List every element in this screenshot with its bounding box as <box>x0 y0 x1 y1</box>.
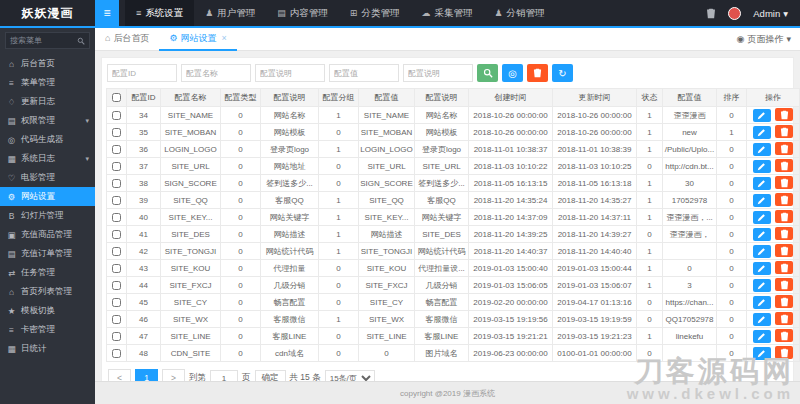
sidebar-item-slideshow-management[interactable]: B 幻灯片管理 <box>0 206 95 225</box>
search-button[interactable] <box>477 64 498 82</box>
edit-button[interactable] <box>753 330 771 343</box>
cell: 网站关键字 <box>261 209 319 226</box>
edit-button[interactable] <box>753 279 771 292</box>
sidebar-item-homepage-list-management[interactable]: ⌂ 首页列表管理 <box>0 282 95 301</box>
avatar[interactable] <box>728 7 741 20</box>
delete-button[interactable] <box>775 142 793 155</box>
nav-collect-management[interactable]: ☁ 采集管理 <box>410 0 483 26</box>
user-menu[interactable]: Admin ▾ <box>753 8 788 19</box>
nav-user-management[interactable]: ♟ 用户管理 <box>194 0 266 26</box>
delete-button[interactable] <box>775 329 793 342</box>
row-checkbox[interactable] <box>112 196 121 205</box>
delete-button[interactable] <box>775 261 793 274</box>
sidebar-item-recharge-order-management[interactable]: ▤ 充值订单管理 <box>0 244 95 263</box>
sidebar-item-site-settings[interactable]: ⚙ 网站设置 <box>0 187 95 206</box>
filter-input-2[interactable] <box>181 64 251 82</box>
row-checkbox[interactable] <box>112 145 121 154</box>
sidebar-item-code-generator[interactable]: ◎ 代码生成器 <box>0 130 95 149</box>
row-checkbox[interactable] <box>112 230 121 239</box>
menu-search-input[interactable]: 搜索菜单 <box>5 32 90 49</box>
edit-button[interactable] <box>753 228 771 241</box>
edit-button[interactable] <box>753 347 771 360</box>
delete-button[interactable] <box>775 210 793 223</box>
edit-button[interactable] <box>753 296 771 309</box>
edit-button[interactable] <box>753 177 771 190</box>
row-checkbox[interactable] <box>112 162 121 171</box>
row-checkbox[interactable] <box>112 128 121 137</box>
edit-button[interactable] <box>753 194 771 207</box>
edit-button[interactable] <box>753 262 771 275</box>
sidebar-item-movie-management[interactable]: ♡ 电影管理 <box>0 168 95 187</box>
cell: SITE_NAME <box>161 107 221 124</box>
tab-dashboard[interactable]: ⌂ 后台首页 <box>95 28 159 51</box>
row-checkbox[interactable] <box>112 332 121 341</box>
filter-input-5[interactable] <box>403 64 473 82</box>
delete-button[interactable] <box>775 176 793 189</box>
cell: 歪歪漫画， <box>663 226 717 243</box>
sidebar-item-task-management[interactable]: ⇄ 任务管理 <box>0 263 95 282</box>
nav-content-management[interactable]: ▤ 内容管理 <box>266 0 339 26</box>
edit-button[interactable] <box>753 313 771 326</box>
cell: SITE_KOU <box>161 260 221 277</box>
edit-button[interactable] <box>753 160 771 173</box>
row-checkbox[interactable] <box>112 315 121 324</box>
tab-label: 网站设置 <box>181 32 217 45</box>
tab-bar: ⌂ 后台首页 ⚙ 网站设置 × ◉ 页面操作 ▾ <box>95 28 800 51</box>
delete-button[interactable] <box>775 295 793 308</box>
tag-icon: ♢ <box>7 97 16 107</box>
delete-button[interactable] <box>775 227 793 240</box>
sidebar-item-menu-management[interactable]: ≡ 菜单管理 <box>0 73 95 92</box>
cell: 0 <box>359 345 415 362</box>
delete-button[interactable] <box>775 312 793 325</box>
refresh-button[interactable]: ↻ <box>552 64 573 82</box>
cell: LOGIN_LOGO <box>161 141 221 158</box>
cell: SITE_WX <box>359 311 415 328</box>
page-operations-dropdown[interactable]: ◉ 页面操作 ▾ <box>737 33 800 46</box>
select-all-checkbox[interactable] <box>112 93 121 102</box>
sidebar-menu: ⌂ 后台首页 ≡ 菜单管理 ♢ 更新日志 ▤ 权限管理 ▾ ◎ 代码生成器 ▦ … <box>0 54 95 358</box>
tab-site-settings[interactable]: ⚙ 网站设置 × <box>159 28 236 51</box>
row-checkbox[interactable] <box>112 349 121 358</box>
edit-button[interactable] <box>753 143 771 156</box>
sidebar-item-template-switch[interactable]: ★ 模板切换 <box>0 301 95 320</box>
delete-button[interactable] <box>775 278 793 291</box>
cell: 0 <box>717 158 747 175</box>
row-checkbox[interactable] <box>112 281 121 290</box>
sidebar-item-changelog[interactable]: ♢ 更新日志 <box>0 92 95 111</box>
nav-system-settings[interactable]: ≡ 系统设置 <box>125 0 194 26</box>
nav-category-management[interactable]: ⊞ 分类管理 <box>339 0 411 26</box>
filter-input-1[interactable] <box>107 64 177 82</box>
sidebar-item-permission-management[interactable]: ▤ 权限管理 ▾ <box>0 111 95 130</box>
nav-distribution-management[interactable]: ♟ 分销管理 <box>483 0 555 26</box>
edit-button[interactable] <box>753 109 771 122</box>
clear-cache-button[interactable] <box>706 8 716 19</box>
row-checkbox[interactable] <box>112 298 121 307</box>
batch-delete-button[interactable] <box>527 64 548 82</box>
delete-button[interactable] <box>775 346 793 359</box>
cell: 0 <box>319 277 359 294</box>
edit-button[interactable] <box>753 211 771 224</box>
row-checkbox[interactable] <box>112 179 121 188</box>
sidebar-item-system-log[interactable]: ▦ 系统日志 ▾ <box>0 149 95 168</box>
locate-button[interactable]: ◎ <box>502 64 523 82</box>
sidebar-toggle-button[interactable]: ≡ <box>95 0 119 26</box>
row-checkbox[interactable] <box>112 213 121 222</box>
row-checkbox[interactable] <box>112 111 121 120</box>
sidebar-item-daily-stats[interactable]: ▦ 日统计 <box>0 339 95 358</box>
row-checkbox[interactable] <box>112 247 121 256</box>
edit-button[interactable] <box>753 245 771 258</box>
close-icon[interactable]: × <box>222 33 227 43</box>
sidebar-item-card-key-management[interactable]: ≡ 卡密管理 <box>0 320 95 339</box>
row-checkbox[interactable] <box>112 264 121 273</box>
sidebar-item-recharge-goods-management[interactable]: ▣ 充值商品管理 <box>0 225 95 244</box>
cell: 2018-11-20 14:40:37 <box>469 243 553 260</box>
delete-button[interactable] <box>775 159 793 172</box>
filter-input-3[interactable] <box>255 64 325 82</box>
sidebar-item-dashboard[interactable]: ⌂ 后台首页 <box>0 54 95 73</box>
delete-button[interactable] <box>775 193 793 206</box>
edit-button[interactable] <box>753 126 771 139</box>
filter-input-4[interactable] <box>329 64 399 82</box>
delete-button[interactable] <box>775 108 793 121</box>
delete-button[interactable] <box>775 125 793 138</box>
delete-button[interactable] <box>775 244 793 257</box>
